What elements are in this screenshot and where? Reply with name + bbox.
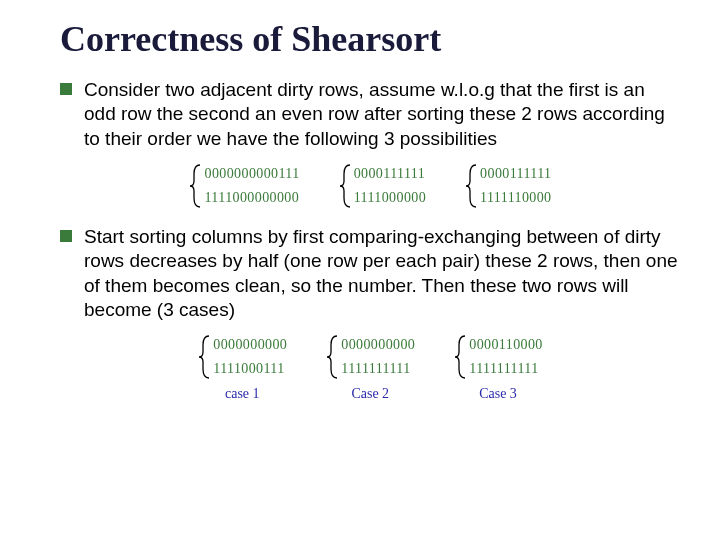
figure-case: 0000000000 1111000111 bbox=[197, 334, 287, 380]
brace-icon bbox=[188, 163, 202, 209]
even-row: 1111000111 bbox=[213, 362, 287, 376]
odd-row: 0000000000 bbox=[213, 338, 287, 352]
figure-case: 0000111111 1111110000 bbox=[464, 163, 551, 209]
even-row: 1111000000 bbox=[354, 191, 426, 205]
odd-row: 0000000000 bbox=[341, 338, 415, 352]
brace-icon bbox=[197, 334, 211, 380]
odd-row: 0000110000 bbox=[469, 338, 542, 352]
brace-icon bbox=[464, 163, 478, 209]
figure-case: 0000000000111 1111000000000 bbox=[188, 163, 299, 209]
odd-row: 0000111111 bbox=[480, 167, 551, 181]
figure-after: 0000000000 1111000111 case 1 0000000000 … bbox=[60, 334, 680, 402]
bullet-icon bbox=[60, 83, 72, 95]
figure-case: 0000000000 1111111111 bbox=[325, 334, 415, 380]
bullet-icon bbox=[60, 230, 72, 242]
bullet-text: Consider two adjacent dirty rows, assume… bbox=[84, 78, 680, 151]
bullet-text: Start sorting columns by first comparing… bbox=[84, 225, 680, 322]
row-pair: 0000110000 1111111111 bbox=[467, 334, 542, 380]
even-row: 1111000000000 bbox=[204, 191, 299, 205]
case-label: Case 3 bbox=[479, 386, 517, 402]
figure-case: 0000111111 1111000000 bbox=[338, 163, 426, 209]
row-pair: 0000111111 1111110000 bbox=[478, 163, 551, 209]
bullet-item: Start sorting columns by first comparing… bbox=[60, 225, 680, 322]
even-row: 1111111111 bbox=[469, 362, 542, 376]
bullet-item: Consider two adjacent dirty rows, assume… bbox=[60, 78, 680, 151]
row-pair: 0000111111 1111000000 bbox=[352, 163, 426, 209]
brace-icon bbox=[338, 163, 352, 209]
even-row: 1111111111 bbox=[341, 362, 415, 376]
row-pair: 0000000000 1111000111 bbox=[211, 334, 287, 380]
figure-col: 0000000000 1111000111 case 1 bbox=[197, 334, 287, 402]
figure-before: 0000000000111 1111000000000 0000111111 1… bbox=[60, 163, 680, 209]
figure-col: 0000000000 1111111111 Case 2 bbox=[325, 334, 415, 402]
slide-title: Correctness of Shearsort bbox=[60, 18, 680, 60]
slide: Correctness of Shearsort Consider two ad… bbox=[0, 0, 720, 402]
row-pair: 0000000000111 1111000000000 bbox=[202, 163, 299, 209]
figure-group: 0000000000111 1111000000000 0000111111 1… bbox=[188, 163, 551, 209]
brace-icon bbox=[453, 334, 467, 380]
brace-icon bbox=[325, 334, 339, 380]
figure-group: 0000000000 1111000111 case 1 0000000000 … bbox=[197, 334, 542, 402]
odd-row: 0000111111 bbox=[354, 167, 426, 181]
figure-col: 0000110000 1111111111 Case 3 bbox=[453, 334, 542, 402]
case-label: Case 2 bbox=[351, 386, 389, 402]
row-pair: 0000000000 1111111111 bbox=[339, 334, 415, 380]
case-label: case 1 bbox=[225, 386, 260, 402]
odd-row: 0000000000111 bbox=[204, 167, 299, 181]
even-row: 1111110000 bbox=[480, 191, 551, 205]
figure-case: 0000110000 1111111111 bbox=[453, 334, 542, 380]
